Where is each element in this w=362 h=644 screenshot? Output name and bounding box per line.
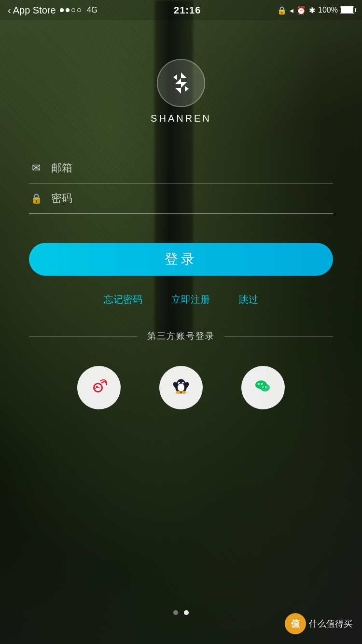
svg-point-24 xyxy=(263,387,264,388)
watermark: 值 什么值得买 xyxy=(285,613,352,634)
third-party-divider: 第三方账号登录 xyxy=(14,330,348,342)
location-icon: ◂ xyxy=(290,6,293,15)
battery-icon xyxy=(340,6,354,14)
network-type: 4G xyxy=(87,5,98,15)
wechat-icon xyxy=(252,375,274,401)
signal-dots xyxy=(60,8,81,12)
svg-marker-2 xyxy=(185,86,189,92)
skip-link[interactable]: 跳过 xyxy=(239,293,258,306)
logo-area: SHANREN xyxy=(151,59,211,124)
battery-container: 100% xyxy=(318,6,354,14)
page-indicators xyxy=(173,610,189,615)
svg-point-16 xyxy=(178,384,184,392)
bluetooth-icon: ✱ xyxy=(309,6,315,15)
back-button[interactable]: ‹ App Store xyxy=(8,5,56,16)
login-button[interactable]: 登录 xyxy=(29,243,333,276)
watermark-badge: 值 xyxy=(285,613,306,634)
battery-fill xyxy=(341,7,353,13)
svg-point-20 xyxy=(259,384,260,385)
links-row: 忘记密码 立即注册 跳过 xyxy=(104,293,258,306)
password-row: 🔒 xyxy=(29,183,333,214)
brand-name: SHANREN xyxy=(151,113,211,124)
wechat-login-button[interactable] xyxy=(241,366,285,409)
password-input[interactable] xyxy=(51,192,333,205)
email-icon: ✉ xyxy=(29,162,43,174)
register-link[interactable]: 立即注册 xyxy=(171,293,210,306)
qq-icon xyxy=(170,375,192,401)
svg-point-14 xyxy=(176,391,181,394)
social-row xyxy=(77,366,285,409)
weibo-login-button[interactable] xyxy=(77,366,121,409)
shanren-logo-svg xyxy=(167,69,195,98)
time-display: 21:16 xyxy=(174,5,201,16)
status-right: 🔒 ◂ ⏰ ✱ 100% xyxy=(277,6,354,15)
svg-point-13 xyxy=(182,383,183,384)
svg-point-15 xyxy=(181,391,186,394)
signal-dot-1 xyxy=(60,8,64,12)
divider-line-left xyxy=(29,336,138,336)
signal-dot-4 xyxy=(77,8,81,12)
page-dot-2 xyxy=(184,610,189,615)
page-dot-1 xyxy=(173,610,178,615)
lock-field-icon: 🔒 xyxy=(29,193,43,204)
alarm-icon: ⏰ xyxy=(296,6,306,15)
chevron-left-icon: ‹ xyxy=(8,5,11,16)
svg-point-22 xyxy=(262,384,263,385)
svg-point-26 xyxy=(266,387,267,388)
lock-icon: 🔒 xyxy=(277,6,287,15)
status-bar: ‹ App Store 4G 21:16 🔒 ◂ ⏰ ✱ 100% xyxy=(0,0,362,20)
svg-marker-1 xyxy=(173,74,177,80)
form-area: ✉ 🔒 xyxy=(0,153,362,214)
status-left: ‹ App Store 4G xyxy=(8,5,97,16)
forgot-password-link[interactable]: 忘记密码 xyxy=(104,293,142,306)
email-row: ✉ xyxy=(29,153,333,183)
app-store-label[interactable]: App Store xyxy=(13,5,56,16)
svg-point-12 xyxy=(179,383,180,384)
divider-line-right xyxy=(224,336,333,336)
weibo-icon xyxy=(88,375,110,401)
watermark-text: 什么值得买 xyxy=(309,618,352,630)
qq-login-button[interactable] xyxy=(159,366,203,409)
third-party-label: 第三方账号登录 xyxy=(147,330,215,342)
battery-percent: 100% xyxy=(318,6,338,14)
signal-dot-3 xyxy=(71,8,75,12)
signal-dot-2 xyxy=(66,8,70,12)
main-content: SHANREN ✉ 🔒 登录 忘记密码 立即注册 跳过 第三方账号登录 xyxy=(0,20,362,409)
logo-circle xyxy=(157,59,205,107)
email-input[interactable] xyxy=(51,162,333,174)
